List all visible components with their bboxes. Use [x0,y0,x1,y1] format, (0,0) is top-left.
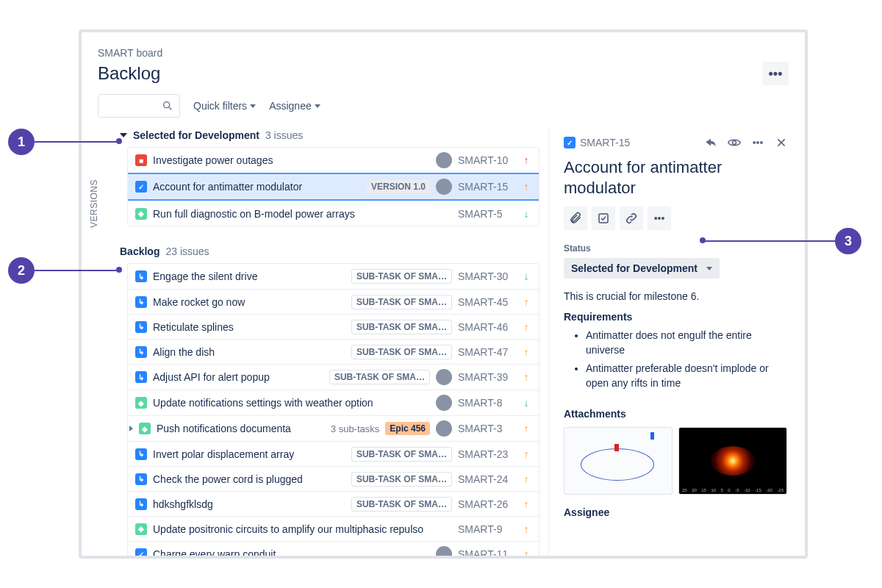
issue-key[interactable]: SMART-15 [458,181,515,193]
issue-summary: Push notifications documenta [157,423,325,434]
assignee-avatar[interactable] [436,179,452,195]
subtask-parent-tag[interactable]: SUB-TASK OF SMA… [351,447,452,462]
more-actions-button[interactable]: ••• [762,62,789,85]
issue-type-icon: ↳ [135,321,147,333]
issue-summary: Update positronic circuits to amplify ou… [153,523,452,535]
issue-row[interactable]: ↳Check the power cord is pluggedSUB-TASK… [128,466,539,491]
link-button[interactable] [620,207,643,230]
requirement-item: Antimatter preferable doesn't implode or… [586,362,790,390]
issue-summary: Check the power cord is plugged [153,473,345,485]
issue-summary: Adjust API for alert popup [153,371,323,383]
assignee-avatar[interactable] [436,369,452,385]
issue-row[interactable]: ↳Invert polar displacement arraySUB-TASK… [128,441,539,466]
attachment-thumbnail[interactable] [564,427,673,495]
priority-icon: ↑ [521,296,531,308]
issue-summary: Align the dish [153,346,345,358]
assignee-avatar[interactable] [436,546,452,559]
subtask-parent-tag[interactable]: SUB-TASK OF SMA… [351,472,452,487]
priority-icon: ↑ [521,371,531,383]
subtask-parent-tag[interactable]: SUB-TASK OF SMA… [329,370,430,384]
priority-icon: ↓ [521,208,531,220]
issue-row[interactable]: ■Investigate power outagesSMART-10↑ [128,148,539,173]
issue-type-icon: ◆ [139,423,151,434]
breadcrumb[interactable]: SMART board [98,47,805,59]
issue-type-icon: ✓ [135,181,147,193]
callout-1: 1 [8,129,35,155]
search-input[interactable] [98,94,180,118]
issue-row[interactable]: ↳hdkshgfklsdgSUB-TASK OF SMA…SMART-26↑ [128,491,539,516]
issue-summary: Reticulate splines [153,321,345,333]
subtask-parent-tag[interactable]: SUB-TASK OF SMA… [351,269,452,284]
issue-summary: Account for antimatter modulator [153,181,361,193]
issue-row[interactable]: ◆Update positronic circuits to amplify o… [128,516,539,541]
assignee-avatar[interactable] [436,152,452,168]
issue-key[interactable]: SMART-11 [458,548,515,559]
issue-key[interactable]: SMART-9 [458,523,515,535]
dev-issue-list: ■Investigate power outagesSMART-10↑✓Acco… [127,147,539,226]
version-tag[interactable]: VERSION 1.0 [367,180,430,193]
issue-row[interactable]: ↳Align the dishSUB-TASK OF SMA…SMART-47↑ [128,339,539,364]
quick-filters-dropdown[interactable]: Quick filters [193,100,256,112]
assignee-avatar[interactable] [436,420,452,437]
assignee-dropdown[interactable]: Assignee [269,100,320,112]
issue-summary: hdkshgfklsdg [153,498,345,510]
detail-title: Account for antimatter modulator [564,157,790,198]
section-selected-for-development[interactable]: Selected for Development 3 issues [120,129,539,141]
add-checklist-button[interactable] [592,207,615,230]
svg-point-0 [164,102,170,108]
issue-key[interactable]: SMART-5 [458,208,515,220]
issue-type-icon: ✓ [135,548,147,559]
issue-key[interactable]: SMART-26 [458,498,515,510]
epic-tag[interactable]: Epic 456 [385,422,430,435]
issue-key[interactable]: SMART-47 [458,346,515,358]
issue-key[interactable]: SMART-10 [458,154,515,166]
issue-row[interactable]: ↳Make rocket go nowSUB-TASK OF SMA…SMART… [128,289,539,314]
issue-row[interactable]: ◆Update notifications settings with weat… [128,390,539,415]
issue-key[interactable]: SMART-24 [458,473,515,485]
more-actions-button[interactable]: ••• [648,207,671,230]
issue-key[interactable]: SMART-23 [458,448,515,460]
subtask-parent-tag[interactable]: SUB-TASK OF SMA… [351,497,452,512]
subtask-parent-tag[interactable]: SUB-TASK OF SMA… [351,320,452,334]
issue-summary: Engage the silent drive [153,270,345,282]
feedback-icon[interactable] [702,134,720,151]
issue-key[interactable]: SMART-30 [458,270,515,282]
issue-row[interactable]: ✓Account for antimatter modulatorVERSION… [128,173,539,201]
issue-key[interactable]: SMART-46 [458,321,515,333]
callout-2: 2 [8,257,35,284]
issue-row[interactable]: ◆Run full diagnostic on B-model power ar… [128,201,539,226]
chevron-down-icon [706,267,712,270]
versions-panel-tab[interactable]: VERSIONS [89,179,99,228]
issue-type-icon: ↳ [135,371,147,383]
attach-button[interactable] [564,207,587,230]
callout-3: 3 [835,228,861,254]
more-actions-icon[interactable]: ••• [749,134,767,151]
subtask-count: 3 sub-tasks [331,423,379,434]
attachment-thumbnail[interactable]: 2520151050-5-10-15-20-25 [678,427,787,495]
issue-row[interactable]: ↳Engage the silent driveSUB-TASK OF SMA…… [128,264,539,289]
watch-icon[interactable] [725,134,743,151]
issue-row[interactable]: ✓Charge every warp conduitSMART-11↑ [128,541,539,559]
issue-row[interactable]: ◆Push notifications documenta3 sub-tasks… [128,415,539,441]
task-icon: ✓ [564,137,576,148]
issue-row[interactable]: ↳Reticulate splinesSUB-TASK OF SMA…SMART… [128,314,539,339]
section-backlog[interactable]: Backlog 23 issues [120,245,539,257]
issue-key[interactable]: SMART-3 [458,423,515,434]
expand-icon[interactable] [129,426,133,431]
issue-key[interactable]: SMART-8 [458,397,515,409]
issue-key[interactable]: SMART-39 [458,371,515,383]
backlog-pane: Selected for Development 3 issues ■Inves… [82,128,548,559]
issue-key[interactable]: SMART-45 [458,296,515,308]
subtask-parent-tag[interactable]: SUB-TASK OF SMA… [351,295,452,309]
priority-icon: ↑ [521,346,531,358]
status-dropdown[interactable]: Selected for Development [564,258,720,279]
subtask-parent-tag[interactable]: SUB-TASK OF SMA… [351,345,452,359]
assignee-avatar[interactable] [436,395,452,411]
issue-row[interactable]: ↳Adjust API for alert popupSUB-TASK OF S… [128,364,539,390]
svg-rect-5 [599,214,608,223]
close-icon[interactable] [772,134,790,151]
detail-issue-key[interactable]: ✓ SMART-15 [564,137,630,148]
chevron-down-icon [250,104,256,108]
issue-type-icon: ◆ [135,208,147,220]
priority-icon: ↑ [521,448,531,460]
